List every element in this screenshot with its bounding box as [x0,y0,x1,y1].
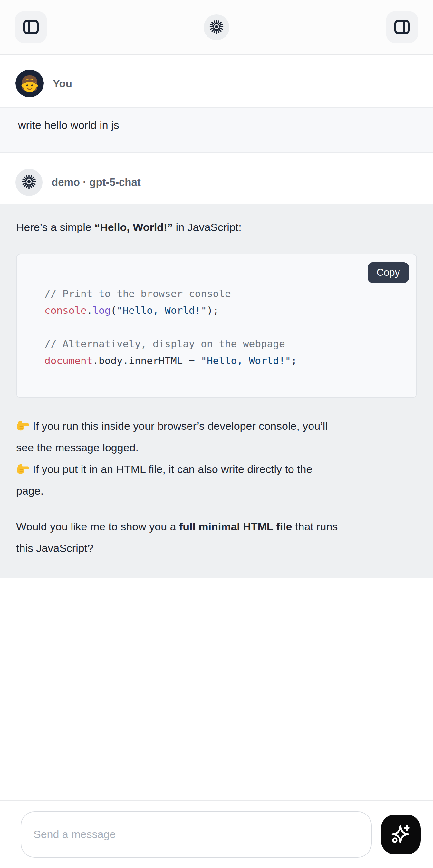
app-logo [204,14,229,40]
pointing-right-emoji [16,460,30,472]
send-button[interactable] [381,814,421,855]
assistant-author-label: demo · gpt-5-chat [52,176,141,188]
starburst-icon [209,19,224,35]
assistant-intro-text: Here’s a simple “Hello, World!” in JavaS… [16,217,417,238]
user-message-header: You [0,70,433,98]
person-emoji-icon [16,70,44,98]
user-message-text: write hello world in js [18,118,415,132]
message-input[interactable] [21,811,372,858]
panel-right-icon [394,19,410,36]
copy-code-button[interactable]: Copy [368,262,409,283]
top-bar [0,0,433,55]
starburst-icon [21,174,37,191]
user-message: write hello world in js [0,107,433,153]
code-block: Copy // Print to the browser console con… [16,254,417,398]
pointing-right-emoji [16,417,30,429]
chat-empty-space [0,578,433,800]
composer-bar [0,800,433,868]
assistant-followup-text: Would you like me to show you a full min… [16,516,417,559]
panel-left-icon [23,19,39,36]
assistant-message: Here’s a simple “Hello, World!” in JavaS… [0,204,433,578]
secondary-panel-button[interactable] [386,11,418,43]
assistant-tips-text: If you run this inside your browser’s de… [16,415,417,502]
code-content: // Print to the browser console console.… [44,285,403,369]
user-author-label: You [53,78,72,90]
sparkle-icon [390,823,411,845]
sidebar-toggle-button[interactable] [15,11,47,43]
user-avatar [16,70,44,98]
assistant-message-header: demo · gpt-5-chat [0,169,433,196]
assistant-avatar [16,169,42,196]
